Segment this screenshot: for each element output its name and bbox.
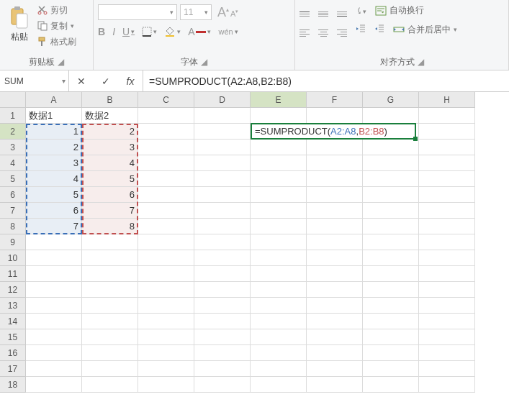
cell[interactable] — [194, 298, 251, 314]
cell[interactable] — [307, 329, 363, 345]
cell[interactable] — [419, 282, 475, 298]
cell[interactable] — [194, 234, 251, 250]
cell[interactable] — [82, 314, 138, 329]
wrap-text-button[interactable]: 自动换行 — [375, 4, 424, 17]
cell[interactable] — [419, 187, 475, 203]
cell[interactable] — [26, 377, 82, 393]
cell[interactable] — [138, 187, 194, 203]
formula-input[interactable]: =SUMPRODUCT(A2:A8,B2:B8) — [143, 70, 509, 91]
cell[interactable] — [138, 282, 194, 298]
cell[interactable] — [363, 108, 419, 124]
cell[interactable] — [419, 140, 475, 155]
cell[interactable] — [82, 361, 138, 377]
cell[interactable] — [363, 282, 419, 298]
cell[interactable] — [26, 234, 82, 250]
col-header[interactable]: H — [419, 92, 475, 108]
cell[interactable] — [194, 250, 251, 266]
italic-button[interactable]: I — [112, 26, 115, 37]
cell[interactable] — [363, 155, 419, 171]
cell[interactable]: 1 — [26, 124, 82, 140]
cell[interactable] — [138, 203, 194, 219]
cell[interactable]: 2 — [26, 140, 82, 155]
cell[interactable]: 8 — [82, 219, 138, 234]
cell[interactable] — [307, 187, 363, 203]
cell[interactable] — [138, 155, 194, 171]
cell[interactable] — [251, 345, 307, 361]
cell[interactable] — [138, 298, 194, 314]
col-header[interactable]: A — [26, 92, 82, 108]
cell[interactable] — [138, 314, 194, 329]
cell[interactable] — [82, 266, 138, 282]
cell[interactable] — [194, 140, 251, 155]
cell[interactable] — [307, 361, 363, 377]
cell[interactable] — [194, 345, 251, 361]
align-top-button[interactable] — [299, 4, 310, 17]
active-cell-editor[interactable]: =SUMPRODUCT(A2:A8,B2:B8) — [251, 123, 416, 140]
cell[interactable]: 6 — [82, 187, 138, 203]
cell[interactable] — [419, 345, 475, 361]
cell[interactable] — [307, 219, 363, 234]
cell[interactable] — [26, 282, 82, 298]
cell[interactable] — [138, 108, 194, 124]
cell[interactable] — [251, 282, 307, 298]
row-header[interactable]: 13 — [0, 298, 26, 314]
grow-shrink-font[interactable]: A▴ A▾ — [217, 5, 238, 20]
cancel-formula-button[interactable]: ✕ — [69, 76, 94, 87]
cell[interactable] — [251, 329, 307, 345]
col-header[interactable]: F — [307, 92, 363, 108]
cell[interactable] — [138, 345, 194, 361]
cell[interactable] — [419, 250, 475, 266]
cell[interactable] — [26, 329, 82, 345]
cell[interactable] — [363, 314, 419, 329]
increase-indent-button[interactable] — [374, 24, 384, 36]
cell[interactable] — [138, 377, 194, 393]
cell[interactable] — [251, 171, 307, 187]
cell[interactable] — [194, 329, 251, 345]
cell[interactable]: 5 — [82, 171, 138, 187]
cell[interactable]: 2 — [82, 124, 138, 140]
cell[interactable] — [419, 361, 475, 377]
row-header[interactable]: 18 — [0, 377, 26, 393]
cell[interactable] — [419, 203, 475, 219]
cell[interactable] — [194, 203, 251, 219]
row-header[interactable]: 4 — [0, 155, 26, 171]
cell[interactable] — [307, 155, 363, 171]
fill-handle[interactable] — [413, 137, 418, 141]
cell[interactable] — [138, 361, 194, 377]
cell[interactable] — [138, 329, 194, 345]
cell[interactable] — [251, 203, 307, 219]
cell[interactable] — [26, 361, 82, 377]
row-header[interactable]: 14 — [0, 314, 26, 329]
cell[interactable] — [307, 108, 363, 124]
cell[interactable] — [26, 314, 82, 329]
dialog-launcher-icon[interactable]: ◢ — [201, 57, 207, 67]
font-size-select[interactable]: 11 ▾ — [180, 4, 212, 20]
cell[interactable] — [251, 140, 307, 155]
cell[interactable] — [307, 171, 363, 187]
cell[interactable] — [251, 377, 307, 393]
cell[interactable] — [307, 140, 363, 155]
cell[interactable] — [251, 187, 307, 203]
row-header[interactable]: 16 — [0, 345, 26, 361]
cell[interactable] — [251, 219, 307, 234]
cell[interactable] — [138, 124, 194, 140]
cell[interactable] — [307, 314, 363, 329]
cell[interactable] — [251, 266, 307, 282]
cell[interactable]: 7 — [82, 203, 138, 219]
insert-function-button[interactable]: fx — [118, 76, 143, 87]
format-painter-button[interactable]: 格式刷 — [37, 35, 76, 49]
cell[interactable] — [419, 234, 475, 250]
cell[interactable] — [194, 108, 251, 124]
cell[interactable] — [194, 361, 251, 377]
align-bottom-button[interactable] — [337, 4, 347, 17]
name-box[interactable]: SUM ▾ — [0, 70, 69, 91]
align-middle-button[interactable] — [318, 4, 328, 17]
cell[interactable] — [363, 171, 419, 187]
cell[interactable] — [138, 250, 194, 266]
cell[interactable] — [363, 298, 419, 314]
cell[interactable] — [194, 155, 251, 171]
fill-color-button[interactable]: ▾ — [164, 27, 181, 37]
cell[interactable] — [26, 266, 82, 282]
cell[interactable] — [363, 329, 419, 345]
cell[interactable] — [363, 345, 419, 361]
